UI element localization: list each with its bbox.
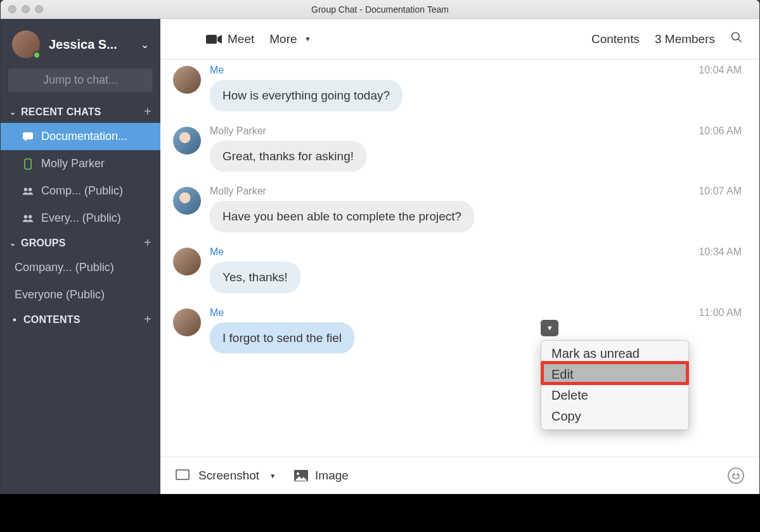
video-icon: [206, 34, 222, 44]
message-time: 10:34 AM: [699, 246, 744, 258]
svg-rect-0: [25, 159, 31, 169]
jump-to-chat-input[interactable]: Jump to chat...: [8, 68, 153, 92]
menu-item-copy[interactable]: Copy: [541, 406, 688, 427]
message-time: 11:00 AM: [699, 307, 744, 319]
sender-name: Molly Parker: [210, 125, 266, 137]
plus-icon[interactable]: +: [144, 104, 151, 119]
sidebar-item-label: Company... (Public): [15, 261, 114, 274]
close-window-button[interactable]: [8, 5, 16, 13]
meet-label: Meet: [228, 32, 254, 46]
contents-link[interactable]: Contents: [591, 32, 640, 46]
folder-icon: ▪: [10, 314, 20, 326]
menu-item-edit[interactable]: Edit: [541, 364, 688, 385]
message-bubble[interactable]: Great, thanks for asking!: [210, 141, 366, 172]
message-actions: ▾ Mark as unread Edit Delete Copy: [541, 320, 689, 430]
members-link[interactable]: 3 Members: [655, 32, 715, 46]
image-icon: [293, 469, 309, 482]
user-avatar: [12, 30, 40, 58]
context-menu: Mark as unread Edit Delete Copy: [541, 340, 689, 430]
message-row: Me 10:34 AM Yes, thanks!: [173, 246, 744, 293]
message-bubble[interactable]: I forgot to send the fiel: [210, 322, 354, 354]
svg-point-3: [24, 215, 27, 218]
sidebar-item-molly-parker[interactable]: Molly Parker: [1, 150, 160, 177]
menu-item-delete[interactable]: Delete: [541, 385, 688, 406]
image-button[interactable]: Image: [293, 469, 349, 483]
sidebar-item-label: Comp... (Public): [41, 184, 123, 198]
section-label: GROUPS: [21, 238, 144, 249]
avatar: [173, 127, 201, 155]
sidebar-item-label: Every... (Public): [41, 212, 121, 225]
section-label: RECENT CHATS: [21, 106, 144, 118]
app-window: Group Chat - Documentation Team Jessica …: [1, 0, 759, 494]
search-button[interactable]: [730, 31, 743, 47]
avatar: [173, 248, 201, 276]
more-dropdown[interactable]: More: [269, 32, 311, 46]
menu-item-mark-unread[interactable]: Mark as unread: [541, 343, 688, 364]
svg-point-4: [29, 215, 32, 218]
screenshot-icon: +: [176, 469, 192, 482]
sidebar-item-everyone-public[interactable]: Every... (Public): [1, 205, 160, 232]
profile-name: Jessica S...: [49, 37, 141, 52]
message-actions-toggle[interactable]: ▾: [541, 320, 558, 336]
sidebar-item-company-public[interactable]: Comp... (Public): [1, 177, 160, 205]
composer: + Screenshot Image: [160, 457, 759, 494]
people-icon: [22, 187, 34, 196]
minimize-window-button[interactable]: [22, 5, 30, 13]
section-label: CONTENTS: [23, 314, 144, 326]
message-bubble[interactable]: How is everything going today?: [210, 80, 403, 111]
message-bubble[interactable]: Yes, thanks!: [210, 262, 300, 293]
sidebar: Jessica S... ⌄ Jump to chat... ⌄ RECENT …: [1, 19, 160, 494]
meet-button[interactable]: Meet: [206, 32, 254, 46]
emoji-button[interactable]: [728, 467, 744, 484]
sidebar-item-documentation[interactable]: Documentation...: [1, 123, 160, 150]
page-letterbox: [0, 494, 760, 532]
plus-icon[interactable]: +: [144, 236, 151, 250]
message-row: Molly Parker 10:07 AM Have you been able…: [173, 186, 744, 232]
sidebar-group-company[interactable]: Company... (Public): [1, 254, 160, 281]
main-panel: Meet More Contents 3 Members Me: [160, 19, 759, 494]
chevron-down-icon: ▾: [548, 323, 552, 332]
sender-name: Molly Parker: [210, 186, 266, 197]
svg-point-11: [297, 472, 299, 475]
sender-name: Me: [210, 246, 224, 258]
svg-point-1: [24, 187, 27, 191]
sidebar-group-everyone[interactable]: Everyone (Public): [1, 281, 160, 308]
svg-text:+: +: [191, 472, 192, 482]
section-header-contents[interactable]: ▪ CONTENTS +: [1, 308, 160, 331]
message-time: 10:04 AM: [699, 65, 744, 76]
people-icon: [22, 214, 34, 223]
message-row: Me 11:00 AM I forgot to send the fiel ▾ …: [173, 307, 744, 354]
mobile-icon: [22, 158, 34, 170]
image-label: Image: [315, 469, 349, 483]
message-list[interactable]: Me 10:04 AM How is everything going toda…: [160, 60, 759, 457]
sender-name: Me: [210, 307, 224, 319]
presence-indicator: [33, 51, 41, 59]
window-title: Group Chat - Documentation Team: [1, 4, 759, 15]
avatar: [173, 66, 201, 94]
section-header-groups[interactable]: ⌄ GROUPS +: [1, 232, 160, 254]
smile-icon: [732, 475, 740, 479]
profile-header[interactable]: Jessica S... ⌄: [1, 19, 160, 65]
chat-toolbar: Meet More Contents 3 Members: [160, 19, 759, 60]
sidebar-item-label: Molly Parker: [41, 157, 105, 170]
screenshot-button[interactable]: + Screenshot: [176, 469, 276, 483]
svg-rect-8: [176, 470, 189, 479]
screenshot-label: Screenshot: [198, 469, 259, 483]
svg-line-7: [738, 39, 742, 42]
avatar: [173, 308, 201, 336]
message-time: 10:07 AM: [699, 186, 744, 197]
message-time: 10:06 AM: [699, 125, 744, 137]
svg-point-6: [732, 33, 740, 41]
svg-rect-5: [206, 35, 217, 44]
search-icon: [730, 31, 743, 44]
chevron-down-icon: [266, 469, 276, 483]
plus-icon[interactable]: +: [144, 312, 151, 327]
section-header-recent-chats[interactable]: ⌄ RECENT CHATS +: [1, 101, 160, 123]
window-controls: [1, 5, 43, 13]
more-label: More: [269, 32, 297, 46]
message-bubble[interactable]: Have you been able to complete the proje…: [210, 201, 474, 232]
message-row: Molly Parker 10:06 AM Great, thanks for …: [173, 125, 744, 172]
message-row: Me 10:04 AM How is everything going toda…: [173, 65, 744, 111]
zoom-window-button[interactable]: [35, 5, 43, 13]
chat-bubble-icon: [22, 132, 34, 142]
